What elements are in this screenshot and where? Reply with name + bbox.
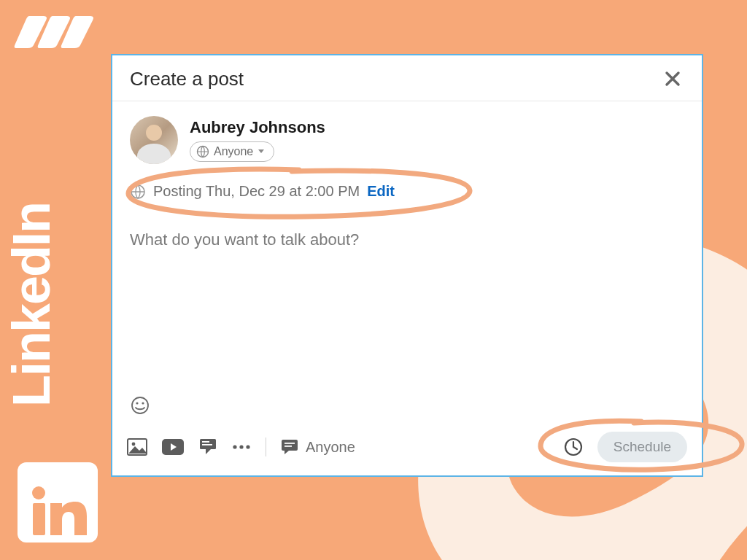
svg-rect-1	[33, 503, 45, 535]
svg-rect-11	[202, 441, 209, 443]
add-document-button[interactable]	[198, 438, 217, 456]
globe-icon	[130, 184, 146, 200]
svg-point-14	[239, 445, 243, 448]
comment-visibility-button[interactable]: Anyone	[281, 439, 355, 456]
svg-point-15	[246, 445, 249, 448]
avatar	[130, 116, 178, 164]
close-icon	[665, 71, 681, 87]
add-video-button[interactable]	[162, 439, 184, 455]
more-options-button[interactable]	[232, 444, 251, 450]
close-button[interactable]	[661, 67, 684, 90]
toolbar-divider	[266, 438, 266, 456]
author-name: Aubrey Johnsons	[190, 118, 325, 137]
toolbar: Anyone Schedule	[112, 423, 702, 475]
comment-icon	[281, 439, 298, 455]
smile-icon	[130, 395, 150, 416]
svg-point-6	[142, 402, 144, 404]
svg-point-8	[132, 443, 136, 446]
svg-point-4	[132, 397, 148, 413]
image-icon	[127, 438, 147, 456]
emoji-button[interactable]	[130, 395, 684, 416]
post-placeholder: What do you want to talk about?	[130, 230, 359, 249]
author-row: Aubrey Johnsons Anyone	[112, 101, 702, 170]
slash-decor	[13, 13, 101, 50]
comment-visibility-label: Anyone	[306, 439, 355, 456]
globe-icon	[196, 145, 209, 158]
svg-rect-18	[285, 446, 292, 447]
svg-rect-12	[202, 444, 212, 446]
modal-title: Create a post	[130, 68, 244, 90]
visibility-selector[interactable]: Anyone	[190, 141, 274, 162]
document-icon	[198, 438, 217, 456]
ellipsis-icon	[232, 444, 251, 450]
chevron-down-icon	[258, 149, 265, 155]
brand-side-label: LinkedIn	[1, 203, 61, 407]
schedule-text: Posting Thu, Dec 29 at 2:00 PM	[153, 183, 360, 200]
svg-point-0	[32, 486, 45, 499]
edit-schedule-link[interactable]: Edit	[367, 183, 395, 200]
svg-point-13	[233, 445, 236, 448]
schedule-button[interactable]: Schedule	[597, 432, 687, 462]
video-icon	[162, 439, 184, 455]
schedule-info-row: Posting Thu, Dec 29 at 2:00 PM Edit	[112, 170, 702, 209]
post-textarea[interactable]: What do you want to talk about?	[112, 209, 702, 393]
create-post-modal: Create a post Aubrey Johnsons Anyone	[111, 54, 703, 477]
svg-rect-16	[282, 440, 298, 451]
add-image-button[interactable]	[127, 438, 147, 456]
visibility-label: Anyone	[214, 145, 253, 158]
linkedin-tile	[18, 462, 98, 542]
svg-point-5	[136, 402, 138, 404]
clock-icon	[563, 437, 584, 457]
schedule-clock-button[interactable]	[562, 436, 584, 458]
modal-header: Create a post	[112, 55, 702, 101]
svg-rect-17	[285, 443, 295, 444]
